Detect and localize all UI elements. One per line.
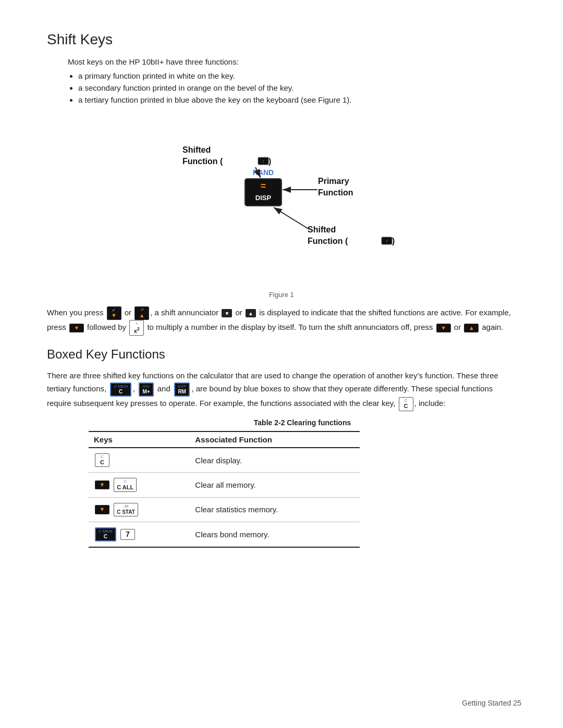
table-row: ▼ -M C STAT Clear statistics memory. (89, 498, 360, 522)
table-key-cell-1: C C (89, 448, 190, 473)
key-cstat: -M C STAT (114, 503, 138, 516)
key-7: 7 (120, 529, 135, 540)
svg-text:Function (: Function ( (182, 157, 223, 166)
svg-text:Function: Function (318, 188, 353, 197)
table-key-cell-3: ▼ -M C STAT (89, 498, 190, 522)
key-orange-shift-right: ↗ ▲ (134, 306, 149, 320)
figure-caption: Figure 1 (47, 291, 516, 299)
section-title-shift-keys: Shift Keys (47, 31, 516, 48)
svg-text:Shifted: Shifted (182, 145, 211, 154)
figure-1-container: RAND = DISP Shifted Function ( ↑ ) Prima… (47, 119, 516, 286)
key-cmem-boxed: C MEM C (110, 382, 131, 397)
svg-text:Shifted: Shifted (308, 225, 336, 234)
key-clear: C C (399, 397, 413, 411)
shift-keys-body: Most keys on the HP 10bII+ have three fu… (47, 57, 516, 336)
key-shift-row3: ▼ (95, 505, 109, 514)
or-3: or (454, 323, 463, 331)
key-call: C C ALL (114, 478, 137, 492)
boxed-key-body: There are three shifted key functions on… (47, 369, 516, 548)
svg-text:): ) (392, 237, 395, 245)
key-shift-off-right: ▲ (464, 324, 479, 332)
table-func-cell-1: Clear display. (190, 448, 360, 473)
key-inv-boxed: INV M+ (139, 382, 153, 397)
and-text: and (157, 384, 173, 393)
table-func-cell-3: Clear statistics memory. (190, 498, 360, 522)
figure-1-svg: RAND = DISP Shifted Function ( ↑ ) Prima… (136, 119, 427, 286)
table-row: ▼ C C ALL Clear all memory. (89, 473, 360, 498)
bullet-3: a tertiary function printed in blue abov… (78, 95, 516, 104)
table-row: C C Clear display. (89, 448, 360, 473)
annunciator-up: ▲ (246, 309, 256, 317)
or-1: or (125, 308, 134, 317)
col-keys: Keys (89, 431, 190, 448)
table-title: Table 2-2 Clearing functions (89, 418, 516, 427)
table-key-cell-4: C MEM C 7 (89, 522, 190, 547)
table-func-cell-2: Clear all memory. (190, 473, 360, 498)
bullet-list: a primary function printed in white on t… (78, 71, 516, 104)
svg-line-18 (274, 207, 309, 229)
boxed-para-1: There are three shifted key functions on… (47, 369, 516, 411)
table-key-cell-2: ▼ C C ALL (89, 473, 190, 498)
key-shift-row4: C MEM C (95, 527, 116, 542)
svg-text:↑: ↑ (386, 239, 388, 244)
key-hyp-boxed: HYP RM (174, 382, 190, 397)
key-orange-shift-left: ↙ ▼ (107, 306, 121, 320)
svg-text:RAND: RAND (253, 168, 274, 177)
clearing-table: Keys Associated Function C C Clear displ… (89, 431, 360, 548)
svg-text:↑: ↑ (262, 159, 265, 164)
svg-text:Function (: Function ( (308, 237, 348, 245)
table-func-cell-4: Clears bond memory. (190, 522, 360, 547)
bullet-2: a secondary function printed in orange o… (78, 83, 516, 92)
intro-text: Most keys on the HP 10bII+ have three fu… (68, 57, 516, 66)
key-shift-off-left: ▼ (436, 324, 451, 332)
section-title-boxed: Boxed Key Functions (47, 347, 516, 362)
svg-text:Primary: Primary (318, 177, 349, 186)
shift-para-1: When you press ↙ ▼ or ↗ ▲ , a shift annu… (47, 306, 516, 336)
page-footer: Getting Started 25 (462, 699, 521, 707)
key-shift-row2: ▼ (95, 480, 109, 489)
svg-text:=: = (261, 181, 266, 191)
annunciator-down: ▼ (222, 309, 232, 317)
table-row: C MEM C 7 Clears bond memory. (89, 522, 360, 547)
or-2: or (236, 308, 245, 317)
col-function: Associated Function (190, 431, 360, 448)
key-x2: + x2 (129, 320, 144, 335)
bullet-1: a primary function printed in white on t… (78, 71, 516, 80)
key-c: C C (95, 453, 109, 467)
svg-text:): ) (268, 157, 271, 166)
key-shift-press: ▼ (69, 324, 84, 332)
table-header-row: Keys Associated Function (89, 431, 360, 448)
svg-text:DISP: DISP (255, 194, 272, 202)
